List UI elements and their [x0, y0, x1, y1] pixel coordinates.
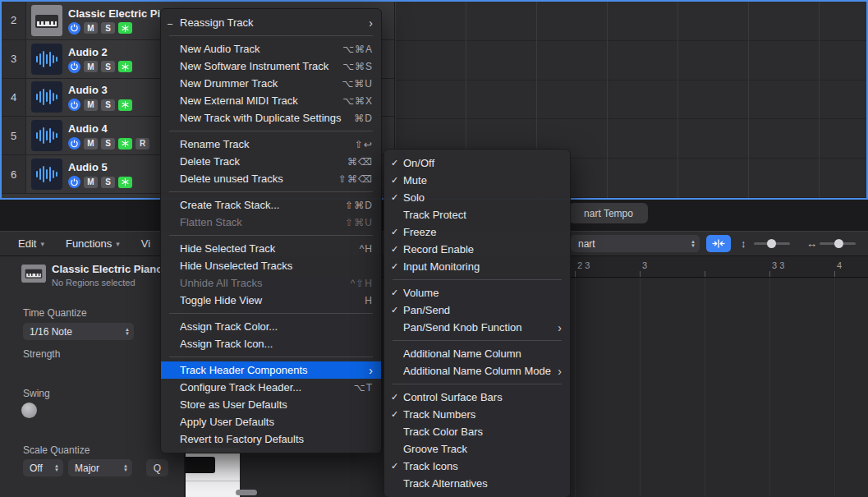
track-number[interactable]: 5: [2, 117, 26, 154]
menu-item-label: Input Monitoring: [403, 260, 562, 273]
black-key[interactable]: [186, 457, 215, 473]
inspector-region-status: No Regions selected: [52, 278, 135, 288]
menu-item-new-track-with-duplicate-settings[interactable]: New Track with Duplicate Settings⌘D: [161, 109, 381, 127]
menu-item-on-off[interactable]: ✓On/Off: [384, 154, 570, 172]
menu-item-record-enable[interactable]: ✓Record Enable: [384, 241, 570, 258]
view-menu[interactable]: Vi: [141, 237, 150, 250]
piano-keyboard[interactable]: [186, 448, 240, 497]
menu-item-groove-track[interactable]: Groove Track: [384, 440, 570, 458]
menu-item-mute[interactable]: ✓Mute: [384, 172, 570, 189]
ruler-label: 3 3: [772, 260, 784, 270]
menu-item-label: Track Header Components: [180, 364, 369, 376]
mute-button[interactable]: M: [84, 61, 98, 72]
time-quantize-select[interactable]: 1/16 Note ▲▼: [23, 323, 134, 340]
menu-item-delete-track[interactable]: Delete Track⌘⌫: [161, 153, 381, 170]
menu-item-revert-to-factory-defaults[interactable]: Revert to Factory Defaults: [161, 430, 381, 448]
menu-item-store-as-user-defaults[interactable]: Store as User Defaults: [161, 396, 381, 413]
power-button[interactable]: [68, 99, 80, 111]
scale-key-select[interactable]: Off ▲▼: [23, 459, 63, 476]
time-quantize-value: 1/16 Note: [30, 326, 72, 338]
menu-item-apply-user-defaults[interactable]: Apply User Defaults: [161, 413, 381, 430]
menu-item-track-alternatives[interactable]: Track Alternatives: [384, 475, 570, 492]
scale-mode-select[interactable]: Major ▲▼: [68, 459, 132, 476]
scrollbar-handle[interactable]: [236, 490, 257, 495]
freeze-button[interactable]: [118, 177, 132, 188]
menu-item-additional-name-column-mode[interactable]: Additional Name Column Mode›: [384, 362, 570, 380]
checkmark-icon: ✓: [391, 409, 403, 420]
menu-item-track-icons[interactable]: ✓Track Icons: [384, 458, 570, 475]
menu-item-track-numbers[interactable]: ✓Track Numbers: [384, 406, 570, 423]
power-button[interactable]: [68, 176, 80, 188]
menu-item-delete-unused-tracks[interactable]: Delete unused Tracks⇧⌘⌫: [161, 170, 381, 187]
freeze-button[interactable]: [118, 138, 132, 150]
menu-item-assign-track-icon[interactable]: Assign Track Icon...: [161, 335, 381, 352]
menu-item-track-header-components[interactable]: Track Header Components›: [161, 361, 381, 379]
quantize-button[interactable]: Q: [146, 459, 168, 476]
swing-knob[interactable]: [21, 403, 37, 418]
menu-item-additional-name-column[interactable]: Additional Name Column: [384, 345, 570, 362]
menu-item-pan-send-knob-function[interactable]: Pan/Send Knob Function›: [384, 319, 570, 336]
submenu-arrow-icon: ›: [369, 365, 373, 376]
mute-button[interactable]: M: [84, 138, 98, 150]
menu-item-reassign-track[interactable]: –Reassign Track›: [161, 14, 381, 31]
menu-item-input-monitoring[interactable]: ✓Input Monitoring: [384, 258, 570, 275]
mute-button[interactable]: M: [84, 177, 98, 188]
solo-button[interactable]: S: [101, 22, 115, 34]
menu-item-hide-unselected-tracks[interactable]: Hide Unselected Tracks: [161, 257, 381, 274]
edit-menu[interactable]: Edit▾: [18, 237, 44, 250]
menu-item-freeze[interactable]: ✓Freeze: [384, 223, 570, 241]
menu-item-create-track-stack[interactable]: Create Track Stack...⇧⌘D: [161, 196, 381, 214]
menu-item-volume[interactable]: ✓Volume: [384, 284, 570, 301]
track-number[interactable]: 2: [2, 2, 26, 39]
solo-button[interactable]: S: [101, 61, 115, 72]
record-button[interactable]: R: [135, 138, 149, 150]
menu-item-track-color-bars[interactable]: Track Color Bars: [384, 423, 570, 440]
menu-item-pan-send[interactable]: ✓Pan/Send: [384, 301, 570, 319]
menu-item-assign-track-color[interactable]: Assign Track Color...: [161, 318, 381, 335]
menu-item-solo[interactable]: ✓Solo: [384, 189, 570, 206]
menu-item-new-external-midi-track[interactable]: New External MIDI Track⌥⌘X: [161, 92, 381, 109]
solo-button[interactable]: S: [101, 138, 115, 150]
power-button[interactable]: [68, 22, 80, 35]
power-button[interactable]: [68, 61, 80, 73]
solo-button[interactable]: S: [101, 99, 115, 111]
menu-item-new-drummer-track[interactable]: New Drummer Track⌥⌘U: [161, 75, 381, 92]
menu-item-configure-track-header[interactable]: Configure Track Header...⌥T: [161, 379, 381, 396]
shortcut-label: ⌘D: [354, 113, 373, 124]
catch-playhead-button[interactable]: [706, 235, 731, 252]
horizontal-zoom-knob[interactable]: [834, 239, 843, 248]
menu-item-label: Flatten Stack: [180, 216, 345, 228]
menu-separator: [393, 340, 562, 341]
mute-button[interactable]: M: [84, 99, 98, 111]
checkmark-icon: ✓: [391, 392, 403, 403]
freeze-button[interactable]: [118, 99, 132, 111]
smart-tempo-tab[interactable]: nart Tempo: [569, 203, 648, 223]
ruler-label: 4: [837, 260, 842, 270]
menu-item-control-surface-bars[interactable]: ✓Control Surface Bars: [384, 389, 570, 406]
menu-item-toggle-hide-view[interactable]: Toggle Hide ViewH: [161, 292, 381, 309]
solo-button[interactable]: S: [101, 177, 115, 188]
track-number[interactable]: 4: [2, 79, 26, 117]
menu-item-hide-selected-track[interactable]: Hide Selected Track^H: [161, 240, 381, 257]
scale-quantize-label: Scale Quantize: [23, 444, 90, 456]
track-number[interactable]: 6: [2, 155, 26, 193]
vertical-zoom-knob[interactable]: [767, 239, 776, 248]
waveform-icon: [31, 159, 62, 190]
freeze-button[interactable]: [118, 61, 132, 72]
menu-item-label: Additional Name Column: [403, 347, 562, 360]
menu-item-new-audio-track[interactable]: New Audio Track⌥⌘A: [161, 40, 381, 58]
checkmark-icon: ✓: [391, 288, 403, 298]
menu-item-track-protect[interactable]: Track Protect: [384, 206, 570, 223]
menu-item-flatten-stack: Flatten Stack⇧⌘U: [161, 214, 381, 231]
menu-item-label: Rename Track: [180, 138, 355, 150]
mute-button[interactable]: M: [84, 22, 98, 34]
track-number[interactable]: 3: [2, 40, 26, 78]
tempo-mode-select[interactable]: nart ▲▼: [571, 235, 700, 252]
power-button[interactable]: [68, 137, 80, 150]
menu-item-rename-track[interactable]: Rename Track⇧↩: [161, 136, 381, 153]
menu-item-label: Hide Selected Track: [180, 242, 360, 255]
freeze-button[interactable]: [118, 22, 132, 34]
menu-item-label: Groove Track: [403, 443, 562, 455]
menu-item-new-software-instrument-track[interactable]: New Software Instrument Track⌥⌘S: [161, 58, 381, 75]
functions-menu[interactable]: Functions▾: [66, 237, 120, 250]
